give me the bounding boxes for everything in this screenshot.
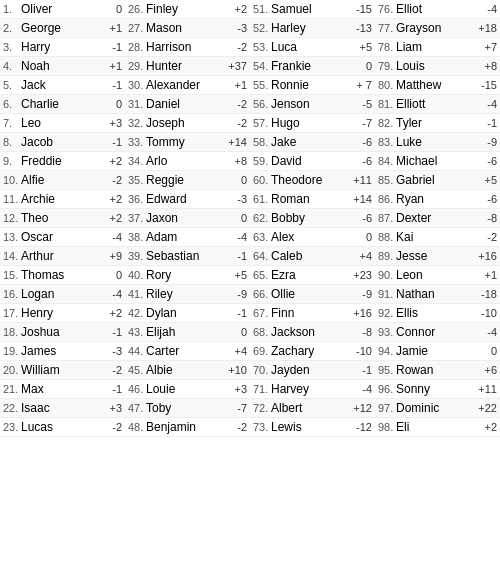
change-label: -1 [94,136,122,148]
change-label: -3 [94,345,122,357]
name-label: Alexander [146,78,219,92]
name-label: Noah [21,59,94,73]
list-item: 63.Alex0 [250,228,375,247]
name-label: Harry [21,40,94,54]
change-label: +1 [94,60,122,72]
name-label: Ronnie [271,78,344,92]
name-label: Leon [396,268,469,282]
list-item: 13.Oscar-4 [0,228,125,247]
rank-label: 5. [3,79,21,91]
rank-label: 44. [128,345,146,357]
change-label: -2 [219,41,247,53]
list-item: 27.Mason-3 [125,19,250,38]
list-item: 11.Archie+2 [0,190,125,209]
rank-label: 37. [128,212,146,224]
rank-label: 7. [3,117,21,129]
rank-label: 35. [128,174,146,186]
name-label: Albert [271,401,344,415]
name-label: Rory [146,268,219,282]
change-label: -2 [94,174,122,186]
name-label: Jacob [21,135,94,149]
rank-label: 30. [128,79,146,91]
name-label: Henry [21,306,94,320]
column-1: 1.Oliver02.George+13.Harry-14.Noah+15.Ja… [0,0,125,437]
rank-label: 53. [253,41,271,53]
list-item: 35.Reggie0 [125,171,250,190]
name-label: Tyler [396,116,469,130]
list-item: 88.Kai-2 [375,228,500,247]
change-label: -8 [469,212,497,224]
change-label: -9 [469,136,497,148]
name-label: Oscar [21,230,94,244]
rank-label: 66. [253,288,271,300]
change-label: +2 [469,421,497,433]
change-label: +1 [469,269,497,281]
name-label: Elliot [396,2,469,16]
name-label: Ellis [396,306,469,320]
rank-label: 79. [378,60,396,72]
rank-label: 72. [253,402,271,414]
name-label: Rowan [396,363,469,377]
rank-label: 81. [378,98,396,110]
list-item: 7.Leo+3 [0,114,125,133]
rank-label: 3. [3,41,21,53]
list-item: 90.Leon+1 [375,266,500,285]
name-label: Jayden [271,363,344,377]
rank-label: 73. [253,421,271,433]
name-label: Toby [146,401,219,415]
list-item: 6.Charlie0 [0,95,125,114]
rank-label: 56. [253,98,271,110]
rank-label: 83. [378,136,396,148]
change-label: +14 [344,193,372,205]
list-item: 57.Hugo-7 [250,114,375,133]
list-item: 28.Harrison-2 [125,38,250,57]
list-item: 69.Zachary-10 [250,342,375,361]
rank-label: 14. [3,250,21,262]
name-label: Jesse [396,249,469,263]
list-item: 8.Jacob-1 [0,133,125,152]
change-label: +2 [94,307,122,319]
name-label: Charlie [21,97,94,111]
list-item: 71.Harvey-4 [250,380,375,399]
list-item: 40.Rory+5 [125,266,250,285]
name-label: Archie [21,192,94,206]
rank-label: 77. [378,22,396,34]
list-item: 10.Alfie-2 [0,171,125,190]
list-item: 36.Edward-3 [125,190,250,209]
change-label: -6 [469,193,497,205]
rank-label: 80. [378,79,396,91]
rank-label: 78. [378,41,396,53]
rank-label: 82. [378,117,396,129]
rank-label: 98. [378,421,396,433]
rank-label: 21. [3,383,21,395]
name-label: Jake [271,135,344,149]
change-label: +2 [219,3,247,15]
change-label: +7 [469,41,497,53]
name-label: Sebastian [146,249,219,263]
rank-label: 40. [128,269,146,281]
change-label: +2 [94,212,122,224]
rank-label: 61. [253,193,271,205]
change-label: +18 [469,22,497,34]
name-label: Elijah [146,325,219,339]
name-label: Adam [146,230,219,244]
list-item: 34.Arlo+8 [125,152,250,171]
rank-label: 29. [128,60,146,72]
rank-label: 51. [253,3,271,15]
name-label: Theodore [271,173,344,187]
list-item: 94.Jamie0 [375,342,500,361]
change-label: -4 [94,231,122,243]
name-label: Samuel [271,2,344,16]
name-label: Zachary [271,344,344,358]
change-label: -7 [219,402,247,414]
name-label: Leo [21,116,94,130]
rank-label: 33. [128,136,146,148]
change-label: +16 [344,307,372,319]
list-item: 55.Ronnie+ 7 [250,76,375,95]
rank-label: 65. [253,269,271,281]
list-item: 56.Jenson-5 [250,95,375,114]
rank-label: 22. [3,402,21,414]
list-item: 3.Harry-1 [0,38,125,57]
rank-label: 1. [3,3,21,15]
rank-label: 8. [3,136,21,148]
